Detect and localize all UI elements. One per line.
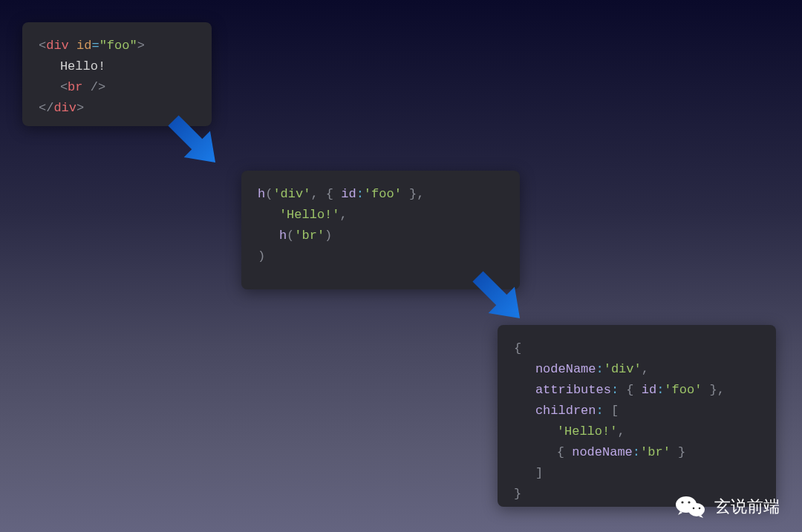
svg-point-1 <box>688 503 705 516</box>
code-line: Hello! <box>39 56 195 77</box>
code-box-vdom: { nodeName:'div', attributes: { id:'foo'… <box>498 325 776 507</box>
svg-point-4 <box>693 508 695 510</box>
wechat-watermark: 玄说前端 <box>676 495 780 519</box>
code-line: { nodeName:'br' } <box>514 442 760 463</box>
code-line: h('div', { id:'foo' }, <box>258 184 503 205</box>
code-line: <br /> <box>39 77 195 98</box>
code-line: 'Hello!', <box>514 421 760 442</box>
code-line: children: [ <box>514 401 760 421</box>
code-line: attributes: { id:'foo' }, <box>514 380 760 401</box>
code-line: <div id="foo"> <box>39 36 195 56</box>
code-line: ) <box>258 246 503 267</box>
code-line: nodeName:'div', <box>514 359 760 380</box>
code-line: ] <box>514 463 760 484</box>
svg-point-5 <box>699 508 701 510</box>
code-line: h('br') <box>258 226 503 246</box>
watermark-text: 玄说前端 <box>714 496 780 518</box>
svg-point-3 <box>688 501 690 503</box>
svg-point-2 <box>681 501 683 503</box>
wechat-icon <box>676 495 705 519</box>
code-line: { <box>514 338 760 359</box>
code-line: 'Hello!', <box>258 205 503 226</box>
